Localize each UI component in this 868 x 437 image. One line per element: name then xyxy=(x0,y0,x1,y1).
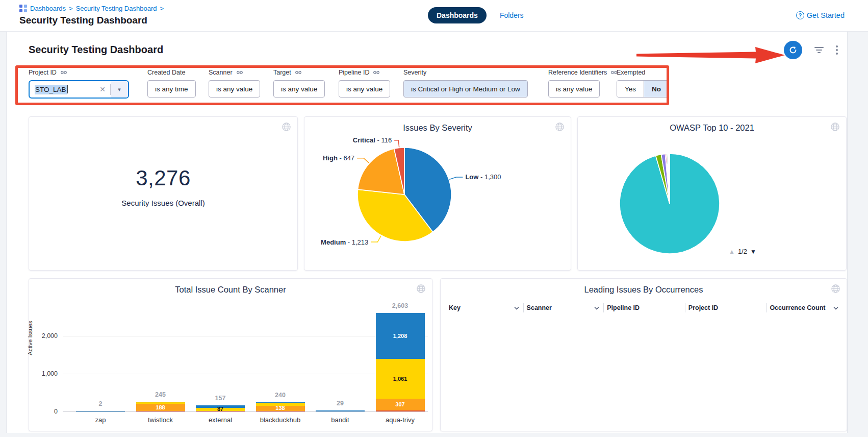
globe-icon xyxy=(282,122,291,134)
bar-external[interactable]: 87 xyxy=(196,405,245,411)
bar-chart-plot: 01,0002,0002zap188245twistlock87157exter… xyxy=(63,304,428,412)
y-axis-tick: 2,000 xyxy=(31,332,58,339)
breadcrumb-dashboards[interactable]: Dashboards xyxy=(30,5,66,12)
breadcrumb-separator: > xyxy=(160,5,164,12)
dashboard-menu-button[interactable] xyxy=(836,44,838,56)
gridline xyxy=(63,374,428,374)
pie-slice-label: Critical - 116 xyxy=(353,136,392,144)
target-filter-button[interactable]: is any value xyxy=(273,80,325,98)
exempted-toggle: Yes No xyxy=(617,80,669,98)
pie-slice-label: Low - 1,300 xyxy=(465,173,501,181)
filter-scanner: Scanner is any value xyxy=(209,68,260,98)
refresh-icon xyxy=(788,45,798,55)
bar-segment-value: 1,208 xyxy=(376,333,425,339)
header-tabs: Dashboards Folders xyxy=(428,7,524,23)
table-header-row: KeyScannerPipeline IDProject IDOccurrenc… xyxy=(446,301,843,314)
security-testing-dashboard-page: Dashboards > Security Testing Dashboard … xyxy=(0,0,868,437)
project-id-input[interactable]: STO_LAB ✕ ▾ xyxy=(29,80,129,99)
get-started-link[interactable]: ? Get Started xyxy=(796,11,845,19)
link-icon xyxy=(295,69,302,76)
bar-segment-low[interactable] xyxy=(256,402,305,403)
pie-label-line xyxy=(394,140,399,148)
created-date-filter-button[interactable]: is any time xyxy=(147,80,196,98)
bar-segment-value: 87 xyxy=(196,406,245,412)
bar-segment-low[interactable] xyxy=(76,411,125,411)
get-started-label: Get Started xyxy=(807,11,845,19)
breadcrumb: Dashboards > Security Testing Dashboard … xyxy=(19,5,164,12)
breadcrumb-current-dashboard[interactable]: Security Testing Dashboard xyxy=(76,5,157,12)
column-label: Key xyxy=(449,304,461,311)
refresh-button[interactable] xyxy=(784,41,802,59)
pie-slice-label: High - 647 xyxy=(323,154,354,162)
breadcrumb-separator: > xyxy=(69,5,73,12)
filter-pipeline-id: Pipeline ID is any value xyxy=(339,68,390,98)
bar-total-label: 245 xyxy=(130,391,191,398)
tab-dashboards[interactable]: Dashboards xyxy=(428,7,487,23)
severity-filter-button[interactable]: is Critical or High or Medium or Low xyxy=(403,80,528,98)
pipeline-id-filter-button[interactable]: is any value xyxy=(339,80,390,98)
bar-total-label: 157 xyxy=(190,395,251,402)
column-header-pipeline-id[interactable]: Pipeline ID xyxy=(603,303,685,312)
reference-identifiers-filter-button[interactable]: is any value xyxy=(548,80,600,98)
dashboard-toolbar xyxy=(784,41,838,59)
bar-segment-critical[interactable] xyxy=(136,411,185,411)
dashboard-filter-button[interactable] xyxy=(814,45,824,55)
dashboards-grid-icon[interactable] xyxy=(19,5,27,12)
severity-pie-chart: Low - 1,300Medium - 1,213High - 647Criti… xyxy=(304,131,572,267)
scanner-filter-button[interactable]: is any value xyxy=(209,80,260,98)
page-title: Security Testing Dashboard xyxy=(29,44,163,56)
filter-scanner-label: Scanner xyxy=(209,69,233,76)
pie-label-line xyxy=(449,177,463,179)
owasp-pie-chart xyxy=(578,132,847,266)
bar-segment-critical[interactable] xyxy=(376,410,425,411)
globe-icon xyxy=(416,284,426,296)
bar-segment-medium[interactable] xyxy=(136,402,185,404)
exempted-no-option[interactable]: No xyxy=(644,81,669,97)
bar-segment-value: 1,061 xyxy=(376,376,425,382)
stat-card-security-issues: 3,276 Security Issues (Overall) xyxy=(29,116,298,271)
page-up-icon[interactable]: ▲ xyxy=(729,248,735,255)
issues-by-severity-card: Issues By Severity Low - 1,300Medium - 1… xyxy=(304,116,571,271)
page-down-icon[interactable]: ▼ xyxy=(750,248,756,255)
filter-created-date-label: Created Date xyxy=(147,69,185,76)
pie-label-line xyxy=(371,236,381,242)
column-label: Pipeline ID xyxy=(607,304,640,311)
bar-segment-value: 188 xyxy=(136,405,185,410)
chevron-down-icon xyxy=(514,306,519,310)
bar-bandit[interactable] xyxy=(316,410,365,411)
bar-zap[interactable] xyxy=(76,411,125,411)
filter-project-id: Project ID STO_LAB ✕ ▾ xyxy=(29,68,129,99)
tab-folders[interactable]: Folders xyxy=(500,11,524,19)
filter-project-id-label: Project ID xyxy=(29,69,57,76)
bar-segment-low[interactable] xyxy=(136,402,185,402)
chevron-down-icon[interactable]: ▾ xyxy=(111,81,128,98)
bar-blackduckhub[interactable]: 138 xyxy=(256,402,305,411)
exempted-yes-option[interactable]: Yes xyxy=(617,81,644,97)
header-title: Security Testing Dashboard xyxy=(19,15,147,26)
column-header-scanner[interactable]: Scanner xyxy=(523,303,604,312)
filter-exempted-label: Exempted xyxy=(617,69,645,76)
filter-severity: Severity is Critical or High or Medium o… xyxy=(403,68,528,98)
bar-total-label: 29 xyxy=(310,400,371,407)
clear-icon[interactable]: ✕ xyxy=(95,85,110,93)
dashboard-panel: Security Testing Dashboard Project ID ST… xyxy=(6,32,848,433)
x-axis-category: aqua-trivy xyxy=(365,416,436,424)
filter-target: Target is any value xyxy=(273,68,325,98)
top-header: Dashboards > Security Testing Dashboard … xyxy=(0,0,868,32)
y-axis-tick: 0 xyxy=(31,408,58,415)
filter-pipeline-id-label: Pipeline ID xyxy=(339,69,369,76)
column-header-occurrence-count[interactable]: Occurrence Count xyxy=(766,303,843,312)
column-header-key[interactable]: Key xyxy=(446,303,523,312)
bar-aqua-trivy[interactable]: 3071,0611,208 xyxy=(376,313,425,411)
bar-twistlock[interactable]: 188 xyxy=(136,402,185,411)
column-label: Scanner xyxy=(527,304,552,311)
chart-title: OWASP Top 10 - 2021 xyxy=(578,123,846,133)
link-icon xyxy=(373,69,380,76)
project-id-value: STO_LAB xyxy=(35,85,67,94)
link-icon xyxy=(60,69,67,76)
column-header-project-id[interactable]: Project ID xyxy=(685,303,767,312)
bar-segment-low[interactable] xyxy=(316,410,365,411)
table-body-empty xyxy=(446,315,843,426)
pie-label-line xyxy=(357,158,369,163)
chevron-down-icon xyxy=(594,306,599,310)
